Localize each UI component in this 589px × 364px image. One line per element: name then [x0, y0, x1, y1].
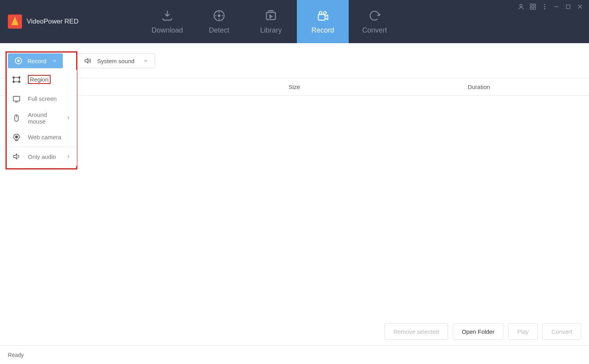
library-icon: [264, 9, 278, 22]
dropdown-item-webcam[interactable]: Web camera: [7, 127, 77, 147]
audio-icon: [12, 152, 21, 161]
svg-point-1: [218, 15, 220, 16]
close-button[interactable]: [576, 2, 584, 11]
svg-point-4: [324, 11, 326, 14]
record-button-label: Record: [27, 58, 46, 64]
mouse-icon: [12, 114, 21, 122]
remove-selected-button[interactable]: Remove selected: [384, 323, 448, 340]
speaker-icon: [84, 57, 91, 65]
app-title: VideoPower RED: [27, 18, 79, 25]
convert-button[interactable]: Convert: [542, 323, 581, 340]
sound-label: System sound: [97, 58, 134, 64]
logo-area: VideoPower RED: [0, 0, 118, 43]
dropdown-item-only-audio[interactable]: Only audio: [7, 147, 77, 166]
svg-rect-7: [530, 4, 532, 6]
window-controls: [517, 2, 584, 11]
dropdown-item-label: Only audio: [28, 153, 56, 160]
dropdown-item-around-mouse[interactable]: Around mouse: [7, 108, 77, 127]
svg-point-19: [13, 76, 15, 78]
svg-point-11: [544, 4, 545, 5]
column-header-size: Size: [289, 84, 300, 90]
minimize-button[interactable]: [552, 2, 561, 11]
svg-rect-9: [530, 7, 532, 9]
svg-point-22: [19, 81, 20, 82]
svg-point-13: [544, 8, 545, 9]
grid-icon[interactable]: [529, 2, 537, 11]
chevron-down-icon: [52, 58, 57, 64]
status-text: Ready: [8, 352, 24, 358]
open-folder-button[interactable]: Open Folder: [453, 323, 503, 340]
svg-rect-10: [534, 7, 536, 9]
chevron-right-icon: [66, 154, 71, 159]
dropdown-item-label: Full screen: [28, 95, 57, 102]
tab-library[interactable]: Library: [245, 0, 297, 43]
svg-point-28: [15, 136, 18, 138]
app-logo-icon: [8, 15, 22, 29]
record-mode-dropdown: Region Full screen Around mouse Web came…: [7, 70, 77, 166]
svg-rect-18: [14, 77, 20, 82]
tab-download[interactable]: Download: [141, 0, 193, 43]
record-icon: [316, 9, 329, 22]
status-bar: Ready: [0, 345, 589, 364]
dropdown-item-label: Around mouse: [28, 111, 59, 125]
svg-point-3: [319, 11, 322, 14]
maximize-button[interactable]: [564, 2, 573, 11]
fullscreen-icon: [12, 95, 21, 103]
bottom-actions: Remove selected Open Folder Play Convert: [384, 323, 581, 340]
record-button[interactable]: Record: [8, 53, 63, 68]
play-button[interactable]: Play: [508, 323, 538, 340]
tab-label: Library: [260, 26, 282, 35]
chevron-down-icon: [143, 58, 148, 64]
tab-record[interactable]: Record: [297, 0, 349, 43]
region-icon: [12, 75, 21, 84]
tab-detect[interactable]: Detect: [193, 0, 245, 43]
app-header: VideoPower RED Download Detect Library R: [0, 0, 589, 43]
sound-dropdown[interactable]: System sound: [77, 53, 155, 68]
svg-point-20: [19, 76, 20, 78]
convert-icon: [368, 9, 381, 22]
svg-rect-15: [566, 5, 570, 8]
dropdown-item-fullscreen[interactable]: Full screen: [7, 89, 77, 108]
detect-icon: [212, 9, 226, 22]
main-nav-tabs: Download Detect Library Record Convert: [141, 0, 401, 43]
menu-icon[interactable]: [540, 2, 549, 11]
dropdown-item-region[interactable]: Region: [7, 70, 77, 89]
svg-point-12: [544, 6, 545, 7]
table-header-row: Size Duration: [0, 78, 589, 96]
dropdown-item-label: Web camera: [28, 134, 61, 140]
tab-label: Detect: [209, 26, 229, 35]
svg-rect-8: [534, 4, 536, 6]
tab-label: Record: [311, 26, 334, 35]
chevron-right-icon: [66, 115, 71, 120]
svg-rect-5: [318, 15, 325, 20]
dropdown-item-label: Region: [28, 75, 51, 84]
svg-rect-23: [13, 96, 20, 101]
column-header-duration: Duration: [468, 84, 490, 90]
svg-point-6: [520, 4, 522, 7]
webcam-icon: [12, 133, 21, 142]
record-circle-icon: [15, 57, 22, 64]
download-icon: [161, 9, 174, 22]
toolbar: Record System sound: [0, 43, 589, 78]
user-icon[interactable]: [517, 2, 525, 11]
tab-label: Convert: [362, 26, 387, 35]
tab-convert[interactable]: Convert: [349, 0, 401, 43]
svg-point-21: [13, 81, 15, 82]
tab-label: Download: [152, 26, 183, 35]
